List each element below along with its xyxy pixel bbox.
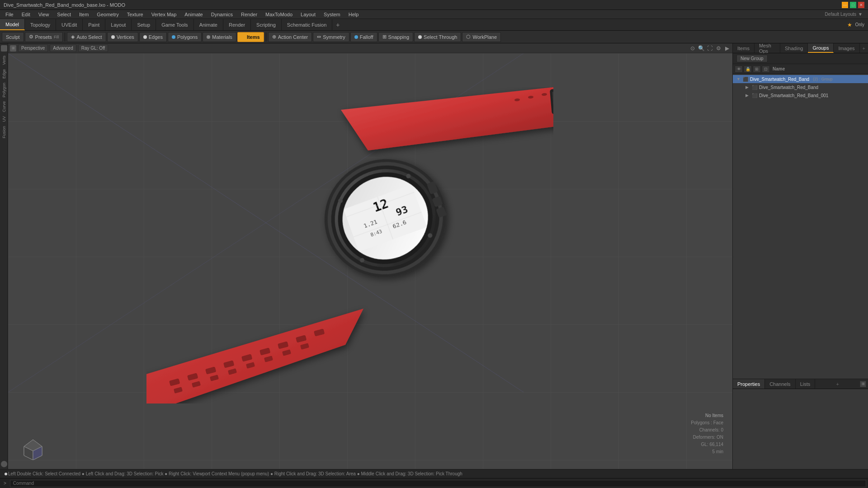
tree-icon-child1: ⬛ (752, 85, 757, 90)
rp-tab-images[interactable]: Images (834, 43, 859, 53)
sculpt-button[interactable]: Sculpt (2, 32, 24, 42)
menu-help[interactable]: Help (345, 11, 363, 18)
tab-uvedit[interactable]: UVEdit (56, 19, 83, 30)
sidebar-bottom-button[interactable] (1, 461, 7, 467)
rp-tab-mesh-ops[interactable]: Mesh Ops (755, 43, 780, 53)
tab-scripting[interactable]: Scripting (251, 19, 282, 30)
materials-button[interactable]: Materials (203, 32, 236, 42)
tab-model[interactable]: Model (0, 19, 25, 30)
menu-dynamics[interactable]: Dynamics (208, 11, 236, 18)
sidebar-tab-curve[interactable]: Curve (1, 99, 7, 114)
tree-tool-eye-button[interactable]: 👁 (735, 66, 743, 73)
tab-topology[interactable]: Topology (25, 19, 56, 30)
tree-tool-render-button[interactable]: ⊞ (753, 66, 761, 73)
svg-point-31 (321, 155, 449, 282)
prop-tab-channels[interactable]: Channels (765, 379, 795, 389)
menu-animate[interactable]: Animate (181, 11, 206, 18)
viewport-raygl-label: Ray GL: Off (81, 46, 105, 51)
presets-label: Presets (35, 34, 52, 40)
tree-icon-child2: ⬛ (752, 93, 757, 98)
viewport-icon-3[interactable]: ⛶ (706, 45, 713, 52)
falloff-dot (354, 35, 358, 39)
prop-tab-properties[interactable]: Properties (733, 379, 765, 389)
prop-tab-lists[interactable]: Lists (796, 379, 816, 389)
menu-file[interactable]: File (2, 11, 17, 18)
menu-view[interactable]: View (35, 11, 53, 18)
viewport-icon-1[interactable]: ⊙ (689, 45, 696, 52)
symmetry-button[interactable]: ⇔ Symmetry (313, 32, 349, 42)
rp-tab-items[interactable]: Items (733, 43, 755, 53)
menu-select[interactable]: Select (53, 11, 75, 18)
viewport-icon-2[interactable]: 🔍 (698, 45, 705, 52)
falloff-button[interactable]: Falloff (350, 32, 377, 42)
tab-layout[interactable]: Layout (105, 19, 132, 30)
viewport-area[interactable]: ⊞ Perspective Advanced Ray GL: Off ⊙ 🔍 ⛶… (8, 43, 732, 469)
snapping-button[interactable]: ⊞ Snapping (378, 32, 414, 42)
menu-item[interactable]: Item (75, 11, 92, 18)
viewport-perspective-button[interactable]: Perspective (18, 44, 48, 52)
menu-geometry[interactable]: Geometry (93, 11, 122, 18)
edges-button[interactable]: Edges (139, 32, 167, 42)
items-button[interactable]: Items (237, 32, 264, 42)
rp-tab-groups[interactable]: Groups (808, 43, 834, 53)
menu-edit[interactable]: Edit (18, 11, 34, 18)
viewport-icon-5[interactable]: ▶ (723, 45, 731, 52)
tab-render[interactable]: Render (223, 19, 251, 30)
auto-select-button[interactable]: ◈ Auto Select (67, 32, 106, 42)
command-input[interactable] (10, 480, 866, 487)
viewport-advanced-button[interactable]: Advanced (50, 44, 76, 52)
svg-rect-34 (344, 184, 427, 252)
minimize-button[interactable]: — (842, 2, 848, 8)
select-through-button[interactable]: Select Through (414, 32, 461, 42)
viewport-icon-4[interactable]: ⚙ (715, 45, 722, 52)
vertices-button[interactable]: Vertices (107, 32, 138, 42)
add-tab-button[interactable]: + (332, 19, 343, 30)
prop-expand-button[interactable]: ⊞ (860, 381, 866, 387)
tab-paint[interactable]: Paint (83, 19, 105, 30)
snapping-icon: ⊞ (382, 34, 387, 40)
tab-game-tools[interactable]: Game Tools (156, 19, 194, 30)
menu-maxtomodo[interactable]: MaxToModo (262, 11, 296, 18)
viewport-menu-button[interactable]: ⊞ (10, 45, 16, 52)
rp-tab-add-button[interactable]: + (860, 44, 868, 52)
rp-tab-shading[interactable]: Shading (780, 43, 808, 53)
right-panel: Items Mesh Ops Shading Groups Images + N… (732, 43, 868, 469)
vertices-dot (111, 35, 115, 39)
menu-layout[interactable]: Layout (297, 11, 319, 18)
viewport-raygl-button[interactable]: Ray GL: Off (78, 44, 108, 52)
groups-tree[interactable]: ▼ ⬛ Dive_Smartwatch_Red_Band (2) : Group… (733, 74, 868, 379)
new-group-button[interactable]: New Group (736, 55, 768, 62)
menu-vertex-map[interactable]: Vertex Map (148, 11, 180, 18)
sidebar-expand-button[interactable] (1, 45, 7, 52)
sidebar-tab-verts[interactable]: Verts (1, 54, 7, 67)
action-center-button[interactable]: ⊕ Action Center (268, 32, 312, 42)
tree-item-child2[interactable]: ▶ ⬛ Dive_Smartwatch_Red_Band_001 (733, 91, 868, 99)
auto-select-label: Auto Select (76, 34, 102, 40)
maximize-button[interactable]: □ (850, 2, 856, 8)
tab-schematic-fusion[interactable]: Schematic Fusion (282, 19, 332, 30)
polygons-button[interactable]: Polygons (168, 32, 202, 42)
presets-button[interactable]: ⚙ Presets Fill (25, 32, 63, 42)
tab-animate[interactable]: Animate (194, 19, 223, 30)
workplane-button[interactable]: ⬡ WorkPlane (462, 32, 501, 42)
menu-texture[interactable]: Texture (123, 11, 147, 18)
tree-item-child1[interactable]: ▶ ⬛ Dive_Smartwatch_Red_Band (733, 83, 868, 91)
command-prompt: > (2, 481, 8, 486)
viewport-canvas[interactable]: 12 1.21 93 8:43 62.6 (8, 53, 732, 469)
sidebar-tab-fusion[interactable]: Fusion (1, 124, 7, 140)
polygons-label: Polygons (177, 34, 198, 40)
sidebar-tab-edge[interactable]: Edge (1, 67, 7, 80)
close-button[interactable]: ✕ (858, 2, 864, 8)
sidebar-tab-polygon[interactable]: Polygon (1, 81, 7, 99)
tree-tool-extra-button[interactable]: ⊡ (762, 66, 770, 73)
menu-render[interactable]: Render (237, 11, 261, 18)
sidebar-tab-uv[interactable]: UV (1, 114, 7, 124)
svg-line-2 (8, 53, 524, 392)
edges-dot (143, 35, 147, 39)
svg-text:93: 93 (394, 203, 409, 218)
tree-item-root[interactable]: ▼ ⬛ Dive_Smartwatch_Red_Band (2) : Group (733, 75, 868, 83)
menu-system[interactable]: System (320, 11, 344, 18)
tab-setup[interactable]: Setup (132, 19, 156, 30)
prop-add-button[interactable]: + (833, 380, 841, 388)
tree-tool-lock-button[interactable]: 🔒 (744, 66, 752, 73)
